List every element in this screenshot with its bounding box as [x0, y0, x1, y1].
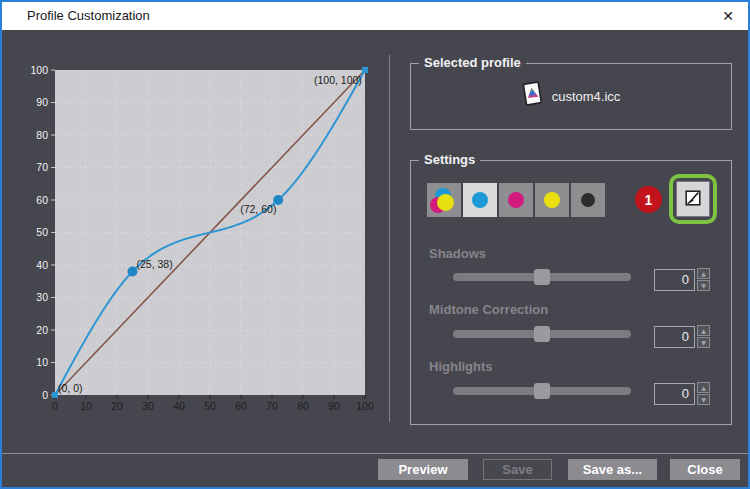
- midtone-slider-thumb[interactable]: [534, 326, 550, 342]
- cyan-dot-icon: [472, 192, 488, 208]
- panel-separator: [389, 55, 390, 422]
- tone-curve-chart[interactable]: 0102030405060708090100010203040506070809…: [2, 30, 402, 457]
- title-bar: Profile Customization ✕: [2, 2, 748, 30]
- highlights-slider[interactable]: [453, 387, 631, 395]
- settings-group: Settings 1: [410, 160, 732, 425]
- shadows-slider-thumb[interactable]: [534, 269, 550, 285]
- svg-text:(0, 0): (0, 0): [58, 382, 83, 394]
- channel-button-magenta[interactable]: [499, 183, 533, 217]
- svg-text:100: 100: [30, 64, 48, 76]
- shadows-value-field[interactable]: 0: [654, 269, 695, 291]
- svg-text:30: 30: [36, 291, 48, 303]
- spin-down-icon[interactable]: ▼: [697, 337, 710, 348]
- spin-up-icon[interactable]: ▲: [697, 382, 710, 393]
- spin-up-icon[interactable]: ▲: [697, 268, 710, 279]
- shadows-slider[interactable]: [453, 273, 631, 281]
- close-icon: ✕: [722, 8, 734, 24]
- window-title: Profile Customization: [27, 2, 150, 30]
- svg-text:(100, 100): (100, 100): [314, 74, 362, 86]
- channel-button-cyan[interactable]: [463, 183, 497, 217]
- svg-text:20: 20: [111, 400, 123, 412]
- curve-icon: [685, 190, 701, 209]
- icc-profile-icon: [522, 81, 543, 112]
- midtone-label: Midtone Correction: [429, 302, 548, 317]
- channel-button-black[interactable]: [571, 183, 605, 217]
- tone-curve-plot[interactable]: 0102030405060708090100010203040506070809…: [2, 30, 402, 457]
- annotation-badge-1: 1: [635, 186, 662, 213]
- svg-text:0: 0: [52, 400, 58, 412]
- svg-text:70: 70: [36, 161, 48, 173]
- shadows-label: Shadows: [429, 246, 486, 261]
- svg-text:40: 40: [36, 259, 48, 271]
- highlights-value-field[interactable]: 0: [654, 383, 695, 405]
- svg-text:90: 90: [328, 400, 340, 412]
- midtone-slider[interactable]: [453, 330, 631, 338]
- svg-text:20: 20: [36, 324, 48, 336]
- midtone-value-field[interactable]: 0: [654, 326, 695, 348]
- svg-text:60: 60: [36, 194, 48, 206]
- svg-text:70: 70: [266, 400, 278, 412]
- svg-text:(72, 60): (72, 60): [240, 203, 276, 215]
- highlights-spinner: ▲ ▼: [697, 382, 710, 405]
- close-dialog-button[interactable]: Close: [670, 459, 740, 480]
- shadows-spinner: ▲ ▼: [697, 268, 710, 291]
- svg-text:90: 90: [36, 96, 48, 108]
- svg-text:100: 100: [356, 400, 374, 412]
- save-as-button[interactable]: Save as...: [568, 459, 657, 480]
- svg-text:30: 30: [142, 400, 154, 412]
- svg-text:50: 50: [36, 226, 48, 238]
- svg-text:10: 10: [36, 356, 48, 368]
- svg-text:50: 50: [204, 400, 216, 412]
- spin-down-icon[interactable]: ▼: [697, 394, 710, 405]
- svg-text:80: 80: [297, 400, 309, 412]
- highlights-slider-thumb[interactable]: [534, 383, 550, 399]
- profile-file-name: custom4.icc: [552, 89, 621, 104]
- svg-text:(25, 38): (25, 38): [137, 258, 173, 270]
- highlights-label: Highlights: [429, 359, 493, 374]
- profile-row: custom4.icc: [411, 64, 731, 129]
- magenta-dot-icon: [508, 192, 524, 208]
- spin-down-icon[interactable]: ▼: [697, 280, 710, 291]
- preview-button[interactable]: Preview: [378, 459, 468, 480]
- save-button[interactable]: Save: [483, 459, 552, 480]
- svg-text:0: 0: [42, 389, 48, 401]
- custom-curve-button[interactable]: [676, 181, 710, 217]
- settings-group-label: Settings: [419, 152, 480, 167]
- footer-separator: [2, 453, 748, 454]
- svg-text:80: 80: [36, 129, 48, 141]
- spin-up-icon[interactable]: ▲: [697, 325, 710, 336]
- svg-text:10: 10: [80, 400, 92, 412]
- close-button[interactable]: ✕: [710, 2, 746, 29]
- channel-button-row: [427, 183, 605, 217]
- midtone-spinner: ▲ ▼: [697, 325, 710, 348]
- svg-text:60: 60: [235, 400, 247, 412]
- channel-button-yellow[interactable]: [535, 183, 569, 217]
- black-dot-icon: [581, 193, 595, 207]
- profile-customization-dialog: Profile Customization ✕ 0102030405060708…: [0, 0, 750, 489]
- curve-button-highlight: [669, 174, 717, 224]
- svg-text:40: 40: [173, 400, 185, 412]
- selected-profile-group: Selected profile: [410, 63, 732, 130]
- yellow-dot-icon: [544, 192, 560, 208]
- channel-button-all-cmy[interactable]: [427, 183, 461, 217]
